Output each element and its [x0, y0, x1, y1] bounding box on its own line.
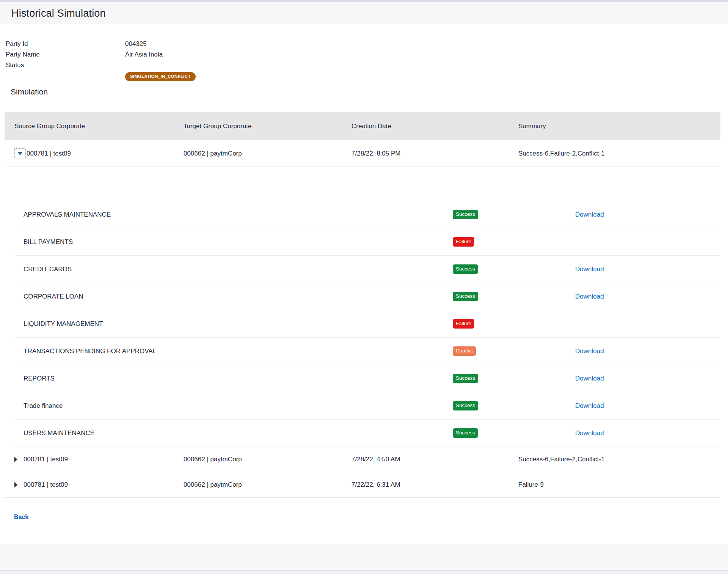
row-creation-date: 7/28/22, 4:50 AM: [351, 456, 518, 463]
detail-row: BILL PAYMENTS Failure: [15, 228, 720, 256]
row-creation-date: 7/28/22, 8:05 PM: [351, 150, 518, 157]
status-badge: Success: [453, 210, 478, 219]
table-header-row: Source Group Corporate Target Group Corp…: [5, 112, 720, 140]
party-name-label: Party Name: [6, 49, 125, 60]
party-summary: Party Id 004325 Party Name Air Asia Indi…: [0, 24, 728, 81]
row-target: 000662 | paytmCorp: [184, 456, 351, 463]
status-badge: Success: [453, 428, 478, 438]
party-id-label: Party Id: [6, 39, 125, 49]
download-link[interactable]: Download: [575, 211, 720, 219]
page-footer: [0, 544, 728, 571]
section-divider: [9, 103, 728, 103]
row-source: 000781 | test09: [27, 150, 71, 157]
status-badge: Failure: [453, 319, 474, 329]
download-link[interactable]: Download: [575, 293, 720, 300]
table-row: 000781 | test09 000662 | paytmCorp 7/28/…: [5, 140, 720, 167]
detail-row: TRANSACTIONS PENDING FOR APPROVAL Confli…: [15, 338, 720, 365]
expanded-panel-spacer: [5, 167, 720, 201]
column-header-source: Source Group Corporate: [14, 123, 184, 130]
download-link[interactable]: Download: [575, 402, 720, 410]
simulation-section-title: Simulation: [11, 87, 728, 98]
status-badge: Success: [453, 374, 478, 383]
row-source: 000781 | test09: [24, 481, 68, 489]
expand-row-button[interactable]: [14, 480, 22, 490]
bottom-accent-strip: [0, 571, 728, 574]
row-summary: Success-6,Failure-2,Conflict-1: [518, 456, 720, 463]
status-label: Status: [6, 60, 125, 71]
row-summary: Success-6,Failure-2,Conflict-1: [518, 150, 720, 157]
chevron-right-icon: [14, 457, 17, 462]
page-title: Historical Simulation: [11, 8, 106, 19]
simulation-table: Source Group Corporate Target Group Corp…: [5, 112, 720, 498]
expanded-detail-list: APPROVALS MAINTENANCE Success Download B…: [15, 201, 720, 447]
row-target: 000662 | paytmCorp: [184, 481, 351, 489]
back-link[interactable]: Back: [14, 514, 28, 520]
status-badge: SIMULATION_IN_CONFLICT: [125, 72, 196, 81]
row-creation-date: 7/22/22, 6:31 AM: [351, 481, 518, 489]
download-link[interactable]: Download: [575, 429, 720, 437]
download-link[interactable]: Download: [575, 348, 720, 355]
download-link[interactable]: Download: [575, 375, 720, 382]
status-badge: Conflict: [453, 346, 476, 356]
main-content: Party Id 004325 Party Name Air Asia Indi…: [0, 24, 728, 544]
expand-row-button[interactable]: [14, 454, 22, 465]
module-name: Trade finance: [24, 402, 453, 410]
status-badge: Success: [453, 264, 478, 274]
module-name: APPROVALS MAINTENANCE: [24, 211, 453, 219]
column-header-target: Target Group Corporate: [184, 123, 351, 130]
detail-row: USERS MAINTENANCE Success Download: [15, 420, 720, 447]
party-name-value: Air Asia India: [125, 49, 728, 60]
detail-row: REPORTS Success Download: [15, 365, 720, 392]
module-name: CORPORATE LOAN: [24, 293, 453, 300]
column-header-summary: Summary: [518, 123, 720, 130]
detail-row: APPROVALS MAINTENANCE Success Download: [15, 201, 720, 228]
module-name: CREDIT CARDS: [24, 266, 453, 273]
module-name: LIQUIDITY MANAGEMENT: [24, 320, 453, 328]
table-row: 000781 | test09 000662 | paytmCorp 7/28/…: [5, 447, 720, 472]
row-summary: Failure-9: [518, 481, 720, 489]
row-target: 000662 | paytmCorp: [184, 150, 351, 157]
module-name: REPORTS: [24, 375, 453, 382]
row-source: 000781 | test09: [24, 456, 68, 463]
page-header: Historical Simulation: [0, 2, 728, 24]
detail-row: Trade finance Success Download: [15, 392, 720, 420]
status-badge: Success: [453, 401, 478, 410]
chevron-down-icon: [17, 152, 23, 155]
chevron-right-icon: [14, 482, 17, 488]
detail-row: LIQUIDITY MANAGEMENT Failure: [15, 310, 720, 338]
party-id-value: 004325: [125, 39, 728, 49]
status-badge: Success: [453, 292, 478, 301]
module-name: BILL PAYMENTS: [24, 238, 453, 246]
module-name: TRANSACTIONS PENDING FOR APPROVAL: [24, 348, 453, 355]
collapse-row-button[interactable]: [14, 148, 26, 159]
column-header-creation-date: Creation Date: [351, 123, 518, 130]
table-row: 000781 | test09 000662 | paytmCorp 7/22/…: [5, 472, 720, 498]
status-badge: Failure: [453, 237, 474, 247]
detail-row: CREDIT CARDS Success Download: [15, 256, 720, 283]
detail-row: CORPORATE LOAN Success Download: [15, 283, 720, 310]
module-name: USERS MAINTENANCE: [24, 429, 453, 437]
download-link[interactable]: Download: [575, 266, 720, 273]
